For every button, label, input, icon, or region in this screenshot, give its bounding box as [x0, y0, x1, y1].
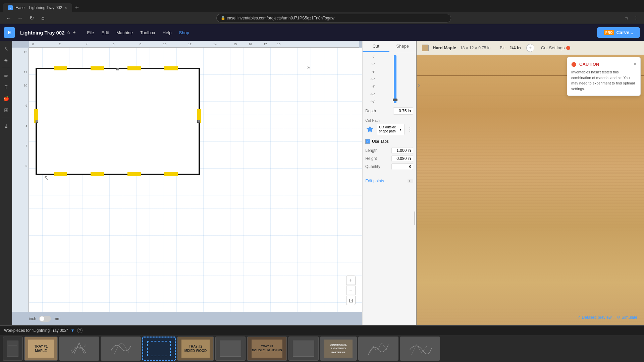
browser-chrome: E Easel - Lightning Tray 002 × + ← → ↻ ⌂… — [0, 0, 644, 24]
expand-icon[interactable]: » — [307, 64, 310, 70]
workpieces-help-icon[interactable]: ? — [77, 328, 83, 333]
workpiece-sketch2[interactable] — [101, 337, 141, 361]
active-tab[interactable]: E Easel - Lightning Tray 002 × — [3, 3, 72, 12]
edit-points-row[interactable]: Edit points E — [363, 176, 416, 186]
text-icon[interactable]: T — [1, 82, 11, 92]
left-toolbar: ↖ ◈ ✏ T 🍎 ⊞ ⤓ — [0, 41, 12, 325]
home-button[interactable]: ⌂ — [38, 13, 48, 23]
menu-file[interactable]: File — [84, 28, 98, 37]
cut-path-menu-button[interactable]: ⋮ — [407, 126, 413, 133]
resize-handle-top[interactable] — [116, 68, 119, 70]
tab-top-1 — [54, 66, 67, 70]
menu-shop[interactable]: Shop — [176, 28, 193, 37]
menu-toolbox[interactable]: Toolbox — [137, 28, 159, 37]
grain-line-6 — [417, 122, 644, 122]
unit-toggle-switch[interactable] — [39, 316, 51, 322]
depth-thumb[interactable] — [393, 99, 397, 101]
detailed-preview-button[interactable]: ✓ Detailed preview — [577, 315, 612, 320]
workpiece-tray1-maple[interactable]: TRAY #1 MAPLE — [24, 337, 58, 361]
menu-help[interactable]: Help — [159, 28, 175, 37]
canvas-container[interactable]: » — [29, 48, 362, 312]
workpiece-additional-label-3: PATTERNS — [330, 351, 346, 354]
use-tabs-checkbox[interactable]: ✓ — [365, 139, 370, 144]
cut-path-dropdown[interactable]: Cut outside shape path ▼ — [377, 124, 405, 135]
menu-edit[interactable]: Edit — [98, 28, 112, 37]
tab-top-4 — [164, 66, 178, 70]
cut-settings-link[interactable]: Cut Settings — [541, 45, 570, 50]
bit-value: 1/4 in — [510, 45, 521, 50]
material-name: Hard Maple — [433, 45, 456, 50]
share-icon[interactable]: ✦ — [72, 30, 76, 35]
depth-visual: -0" -¹⁄₄" -¹⁄₂" -³⁄₄" -1" -³⁄₄" -³⁄₄" — [363, 52, 416, 106]
scroll-indicator — [414, 212, 415, 225]
zoom-fit-button[interactable]: ⊡ — [346, 296, 356, 305]
length-input[interactable] — [391, 147, 413, 154]
refresh-button[interactable]: ↻ — [27, 13, 36, 23]
tab-title: Easel - Lightning Tray 002 — [15, 5, 62, 10]
quantity-row: Quantity — [365, 163, 413, 170]
workpiece-additional-lightning[interactable]: ADDITIONAL LIGHTNING PATTERNS — [320, 337, 357, 361]
toolbar-divider-2 — [2, 118, 10, 118]
ruler-left: 12 11 10 9 8 7 6 — [12, 48, 29, 312]
caution-close-button[interactable]: × — [634, 61, 636, 67]
select-icon[interactable]: ↖ — [1, 44, 11, 54]
menu-machine[interactable]: Machine — [113, 28, 136, 37]
zoom-in-button[interactable]: + — [346, 276, 356, 285]
star-icon[interactable]: ☆ — [67, 30, 70, 35]
quantity-input[interactable] — [391, 163, 413, 170]
depth-track-container[interactable] — [377, 55, 413, 103]
image-icon[interactable]: 🍎 — [1, 94, 11, 104]
workpiece-sketch4[interactable] — [400, 337, 440, 361]
tab-cut[interactable]: Cut — [363, 41, 389, 52]
unit-toggle: inch mm — [29, 316, 60, 322]
grain-line-7 — [417, 139, 644, 139]
import-icon[interactable]: ⤓ — [1, 121, 11, 131]
depth-input[interactable] — [393, 107, 413, 115]
apps-icon[interactable]: ⊞ — [1, 105, 11, 115]
checkbox-check-icon: ✓ — [366, 140, 369, 143]
bookmark-icon[interactable]: ☆ — [623, 14, 631, 22]
tab-shape[interactable]: Shape — [389, 41, 416, 52]
workpiece-tray3-double[interactable]: TRAY #3 DOUBLE LIGHTNING — [247, 337, 287, 361]
app-title: Lightning Tray 002 ☆ ✦ — [20, 30, 76, 36]
forward-button[interactable]: → — [15, 13, 25, 23]
tab-bottom-3 — [127, 172, 141, 176]
resize-handle-left[interactable] — [36, 120, 38, 123]
workpiece-sketch1[interactable] — [59, 337, 99, 361]
carve-button[interactable]: PRO Carve... — [597, 27, 640, 38]
cut-path-star-icon — [365, 125, 375, 134]
workpiece-tray3-label-line1: TRAY #3 — [252, 345, 282, 349]
simulate-button[interactable]: ↺ Simulate — [617, 315, 637, 320]
height-input[interactable] — [391, 155, 413, 162]
wood-left-arrow: › — [418, 82, 420, 89]
add-button[interactable]: + — [526, 44, 534, 52]
length-row: Length — [365, 147, 413, 154]
caution-popup: ⬤ CAUTION × Inventables hasn't tested th… — [567, 57, 641, 96]
address-bar[interactable]: 🔒 easel.inventables.com/projects/umh9J71… — [216, 14, 451, 22]
workpieces-bar: Workpieces for "Lightning Tray 002" ▼ ? … — [0, 325, 644, 362]
tab-close-icon[interactable]: × — [65, 6, 67, 10]
grain-line-10 — [417, 189, 644, 189]
canvas-area: 0 2 4 6 8 10 12 14 15 16 17 18 12 11 10 … — [12, 41, 362, 325]
new-tab-button[interactable]: + — [72, 3, 82, 12]
workpiece-blank2[interactable] — [288, 337, 319, 361]
back-button[interactable]: ← — [4, 13, 13, 23]
workpiece-tray3-label-line2: DOUBLE LIGHTNING — [252, 349, 282, 353]
draw-icon[interactable]: ✏ — [1, 71, 11, 81]
workpiece-blank1[interactable] — [215, 337, 246, 361]
zoom-out-button[interactable]: − — [346, 286, 356, 295]
workpiece-prev[interactable] — [3, 337, 23, 361]
workpieces-dropdown[interactable]: ▼ — [70, 328, 74, 333]
shape-outline[interactable] — [36, 68, 200, 175]
grain-line-11 — [417, 202, 644, 203]
shapes-icon[interactable]: ◈ — [1, 55, 11, 65]
workpiece-tray2-label-line2: MIXED WOOD — [184, 349, 207, 353]
tab-dimensions: Length Height Quantity — [363, 146, 416, 173]
caution-header: ⬤ CAUTION × — [571, 61, 636, 67]
workpiece-active-blank[interactable] — [142, 337, 176, 361]
workpiece-tray2-mixed[interactable]: TRAY #2 MIXED WOOD — [177, 337, 214, 361]
workpiece-sketch3[interactable] — [358, 337, 398, 361]
resize-handle-right[interactable] — [197, 120, 200, 123]
workpiece-additional-label-1: ADDITIONAL — [330, 343, 346, 347]
toolbar-divider-1 — [2, 68, 10, 68]
